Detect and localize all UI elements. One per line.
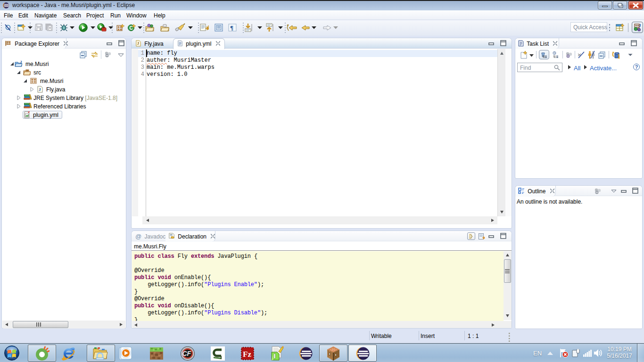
svg-text:¶: ¶ xyxy=(230,24,233,31)
svg-text:CF: CF xyxy=(182,350,191,357)
svg-text:J: J xyxy=(137,41,139,46)
svg-text:J: J xyxy=(639,23,641,28)
svg-text:Fz: Fz xyxy=(243,350,251,359)
svg-text:J: J xyxy=(39,87,41,92)
svg-text:J: J xyxy=(20,60,22,64)
